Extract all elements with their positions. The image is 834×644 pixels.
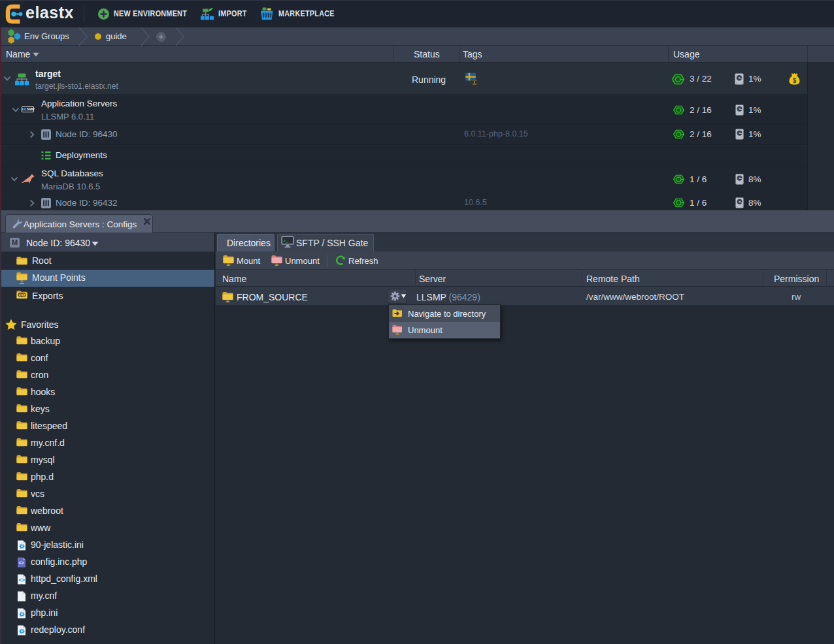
svg-text:>_: >_	[283, 239, 288, 244]
svg-text:$: $	[793, 77, 797, 84]
svg-text:<>: <>	[18, 560, 24, 565]
